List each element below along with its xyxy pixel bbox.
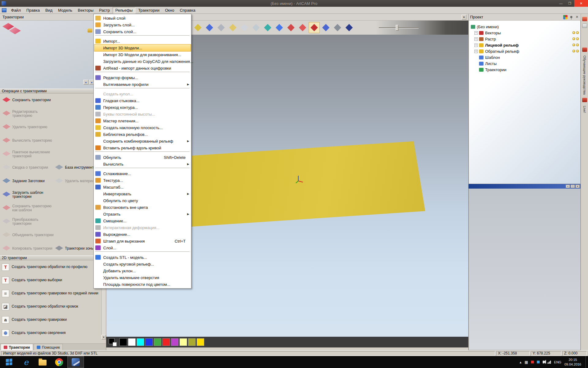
menubar-item[interactable]: Окно <box>162 7 177 13</box>
toolpath-2d-item[interactable]: a Создать траекторию гравировки <box>0 313 104 326</box>
menu-item[interactable]: Инвертировать ▶ <box>94 190 190 197</box>
toolbox-mini-icon[interactable] <box>88 29 92 33</box>
live-icon[interactable] <box>582 98 587 102</box>
toolbar-button[interactable] <box>251 22 261 33</box>
operation-item[interactable]: Преобразовать траектории <box>2 218 55 226</box>
scroll-up-button[interactable]: ▲ <box>83 80 89 85</box>
taskbar-chrome-icon[interactable] <box>51 356 67 368</box>
tree-row[interactable]: + Траектории <box>469 67 580 73</box>
expand-icon[interactable]: + <box>474 31 478 35</box>
menubar-item[interactable]: Растр <box>96 7 112 13</box>
flyout-icon[interactable] <box>582 17 587 21</box>
toolbar-button[interactable] <box>239 22 250 33</box>
palette-icon[interactable] <box>563 15 567 19</box>
menubar-item[interactable]: Вид <box>43 7 55 13</box>
menu-item[interactable]: Сглаживание... ▶ <box>94 170 190 177</box>
bulb-icon[interactable] <box>572 37 575 40</box>
operation-item[interactable]: Задание Заготовки <box>2 178 55 184</box>
pane-minimize-button[interactable]: ▪ <box>566 185 570 188</box>
tutorials-icon[interactable] <box>582 48 587 52</box>
menubar-item[interactable]: Рельефы <box>113 7 136 13</box>
close-panel-icon[interactable]: ✕ <box>575 15 579 19</box>
toolbar-button[interactable] <box>216 22 226 33</box>
menu-item[interactable]: Обнулить по цвету ▶ <box>94 197 190 204</box>
menubar-item[interactable]: Векторы <box>75 7 96 13</box>
toolbar-button[interactable] <box>262 22 273 33</box>
toolpath-stack-icon[interactable] <box>9 27 21 36</box>
menu-item[interactable]: Отразить ▶ <box>94 211 190 217</box>
bulb-icon[interactable] <box>576 50 579 52</box>
primary-secondary-color-widget[interactable] <box>109 338 117 346</box>
pane-restore-button[interactable]: □ <box>571 185 575 188</box>
menubar-item[interactable]: Модель <box>55 7 75 13</box>
live-tab[interactable]: Live! <box>583 106 586 113</box>
pane-close-button[interactable]: ✕ <box>575 185 580 188</box>
tree-row[interactable]: + (Без имени) <box>469 24 580 30</box>
show-desktop-button[interactable] <box>586 356 587 368</box>
operation-item[interactable]: Копировать траектории <box>2 246 55 252</box>
tray-blue-icon[interactable] <box>537 361 540 363</box>
color-swatch[interactable] <box>188 338 196 346</box>
maximize-button[interactable]: ❐ <box>565 0 574 7</box>
color-swatch[interactable] <box>119 338 127 346</box>
toolpath-2d-item[interactable]: ≡ Создать траекторию гравировки по средн… <box>0 287 104 300</box>
toolbar-button[interactable] <box>193 22 203 33</box>
bulb-icon[interactable] <box>572 50 575 52</box>
toolbar-button[interactable] <box>204 22 215 33</box>
menu-item[interactable]: Создать наклонную плоскость... ▶ <box>94 124 190 131</box>
menu-item[interactable]: Вытягиваемые профили ▶ <box>94 81 190 88</box>
color-swatch[interactable] <box>145 338 153 346</box>
tree-row[interactable]: + Лицевой рельеф <box>469 42 580 48</box>
visibility-bulbs[interactable] <box>572 31 579 34</box>
color-swatch[interactable] <box>162 338 170 346</box>
toolbar-button[interactable] <box>321 22 331 33</box>
color-swatch[interactable] <box>171 338 179 346</box>
taskbar-ie-icon[interactable]: e <box>18 356 34 368</box>
toolpath-2d-item[interactable]: T Создать траекторию выборки <box>0 274 104 287</box>
toolpath-2d-item[interactable]: T Создать траекторию обработки по профил… <box>0 260 104 274</box>
color-swatch[interactable] <box>154 338 161 346</box>
operation-item[interactable]: Загрузить шаблон траектории <box>2 191 55 199</box>
toolbar-button[interactable] <box>297 22 308 33</box>
visibility-bulbs[interactable] <box>572 44 579 46</box>
menu-item[interactable]: Создать купол... ▶ <box>94 90 190 97</box>
toolpath-2d-item[interactable]: ⊕ Создать траекторию сверления <box>0 326 104 339</box>
expand-icon[interactable]: + <box>474 44 478 47</box>
toolbar-button[interactable] <box>228 22 238 33</box>
minimize-button[interactable]: — <box>556 0 565 7</box>
tray-grid-icon[interactable]: ▦ <box>525 360 528 364</box>
menu-item[interactable]: Загрузить слой... ▶ <box>94 21 190 28</box>
menu-item[interactable]: Переход контура... ▶ <box>94 104 190 111</box>
color-swatch[interactable] <box>128 338 136 346</box>
operation-item[interactable]: Сохранить траектории <box>2 97 55 103</box>
menu-item[interactable]: Редактор формы... ▶ <box>94 74 190 81</box>
tree-row[interactable]: + Растр <box>469 36 580 42</box>
operation-item[interactable]: Редактировать траекторию <box>2 110 55 118</box>
tree-row[interactable]: + Шаблон <box>469 54 580 60</box>
toolbar-button[interactable] <box>332 22 343 33</box>
menu-item[interactable]: Обнулить Shift+Delete ▶ <box>94 154 190 161</box>
visibility-bulbs[interactable] <box>572 37 579 40</box>
panel-tab[interactable]: Помощник <box>34 344 63 351</box>
operation-item[interactable]: Объединить траектории <box>2 232 55 238</box>
menubar-item[interactable]: Файл <box>8 7 24 13</box>
menu-item[interactable]: ArtRead - импорт данных оцифровки ▶ <box>94 65 190 71</box>
bulb-icon[interactable] <box>576 37 579 40</box>
language-indicator[interactable]: ENG <box>554 360 561 364</box>
menu-item[interactable]: Масштаб... ▶ <box>94 184 190 190</box>
expand-icon[interactable]: + <box>474 37 478 41</box>
chevron-up-icon[interactable]: ▴ <box>520 360 522 364</box>
menu-item[interactable]: Мастер плетения... ▶ <box>94 117 190 124</box>
toolbar-button[interactable] <box>286 22 296 33</box>
operation-item[interactable]: Вычислить траекторию <box>2 138 55 144</box>
menu-item[interactable]: Гладкая стыковка... ▶ <box>94 97 190 104</box>
clock[interactable]: 20:15 09.04.2016 <box>564 358 581 366</box>
menu-item[interactable]: Вычислить ▶ <box>94 161 190 167</box>
flyout-icon[interactable] <box>582 24 587 28</box>
scroll-down-button[interactable]: ▼ <box>101 335 106 339</box>
network-icon[interactable] <box>548 361 551 364</box>
tree-row[interactable]: + Листы <box>469 60 580 67</box>
operation-item[interactable]: Удалить траекторию <box>2 124 55 130</box>
menu-item[interactable]: Слой... ▶ <box>94 244 190 251</box>
visibility-bulbs[interactable] <box>572 50 579 52</box>
